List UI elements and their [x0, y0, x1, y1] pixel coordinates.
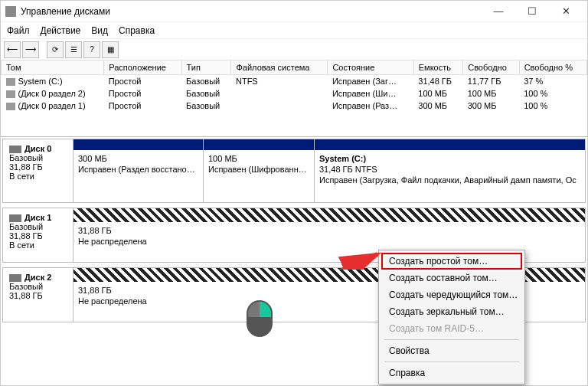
table-row[interactable]: (Диск 0 раздел 1) ПростойБазовыйИсправен…: [2, 100, 587, 112]
disk-header[interactable]: Диск 2 Базовый 31,88 ГБ: [3, 268, 74, 322]
tool-refresh[interactable]: ⟳: [47, 41, 64, 58]
disk-icon: [9, 214, 21, 222]
tool-properties[interactable]: ☰: [65, 41, 82, 58]
disk-row-0: Диск 0 Базовый 31,88 ГБ В сети 300 МБ Ис…: [2, 139, 586, 203]
table-row[interactable]: (Диск 0 раздел 2) ПростойБазовыйИсправен…: [2, 87, 587, 100]
col-free[interactable]: Свободно: [463, 61, 519, 75]
disk-icon: [9, 274, 21, 282]
menu-help[interactable]: Справка: [119, 25, 155, 36]
partition[interactable]: 300 МБ Исправен (Раздел восстановления: [74, 139, 204, 202]
partition-stripe: [74, 208, 585, 222]
partition-stripe: [74, 139, 203, 150]
context-menu: Создать простой том… Создать составной т…: [378, 250, 525, 384]
disk-header[interactable]: Диск 0 Базовый 31,88 ГБ В сети: [3, 139, 74, 202]
menu-create-mirrored-volume[interactable]: Создать зеркальный том…: [381, 303, 522, 320]
maximize-button[interactable]: ☐: [515, 2, 549, 21]
menu-create-spanned-volume[interactable]: Создать составной том…: [381, 270, 522, 286]
disk-icon: [9, 146, 21, 153]
minimize-button[interactable]: —: [482, 2, 515, 21]
titlebar[interactable]: Управление дисками — ☐ ✕: [1, 1, 587, 22]
partition-system[interactable]: System (C:) 31,48 ГБ NTFS Исправен (Загр…: [315, 139, 585, 202]
toolbar: ⟵ ⟶ ⟳ ☰ ? ▦: [1, 39, 587, 61]
close-button[interactable]: ✕: [549, 2, 583, 21]
menu-view[interactable]: Вид: [91, 25, 108, 36]
menu-create-raid5-volume: Создать том RAID-5…: [381, 320, 522, 337]
window-title: Управление дисками: [21, 6, 482, 17]
col-fs[interactable]: Файловая система: [231, 61, 328, 75]
col-volume[interactable]: Том: [2, 61, 104, 75]
tool-help[interactable]: ?: [83, 41, 100, 58]
tool-back[interactable]: ⟵: [4, 41, 21, 58]
col-capacity[interactable]: Емкость: [413, 61, 462, 75]
menu-create-simple-volume[interactable]: Создать простой том…: [381, 253, 522, 270]
partition-stripe: [204, 139, 314, 150]
col-type[interactable]: Тип: [181, 61, 231, 75]
tool-layout[interactable]: ▦: [102, 41, 119, 58]
menu-create-striped-volume[interactable]: Создать чередующийся том…: [381, 286, 522, 303]
tool-forward[interactable]: ⟶: [22, 41, 39, 58]
col-layout[interactable]: Расположение: [104, 61, 181, 75]
mouse-icon: [247, 300, 273, 337]
col-freepct[interactable]: Свободно %: [519, 61, 586, 75]
col-status[interactable]: Состояние: [328, 61, 413, 75]
menu-action[interactable]: Действие: [41, 25, 81, 36]
volume-list-pane: Том Расположение Тип Файловая система Со…: [1, 61, 587, 137]
partition[interactable]: 100 МБ Исправен (Шифрованный (: [204, 139, 315, 202]
table-row[interactable]: System (C:) ПростойБазовыйNTFSИсправен (…: [2, 75, 587, 88]
volume-icon: [6, 90, 15, 98]
volume-table[interactable]: Том Расположение Тип Файловая система Со…: [1, 61, 587, 112]
menubar: Файл Действие Вид Справка: [1, 22, 587, 39]
partition-stripe: [315, 139, 585, 150]
menu-properties[interactable]: Свойства: [381, 342, 522, 359]
disk-header[interactable]: Диск 1 Базовый 31,88 ГБ В сети: [3, 208, 74, 262]
menu-help[interactable]: Справка: [381, 365, 522, 381]
menu-file[interactable]: Файл: [7, 25, 30, 36]
volume-icon: [6, 78, 15, 86]
volume-icon: [6, 103, 15, 110]
app-icon: [5, 6, 16, 17]
